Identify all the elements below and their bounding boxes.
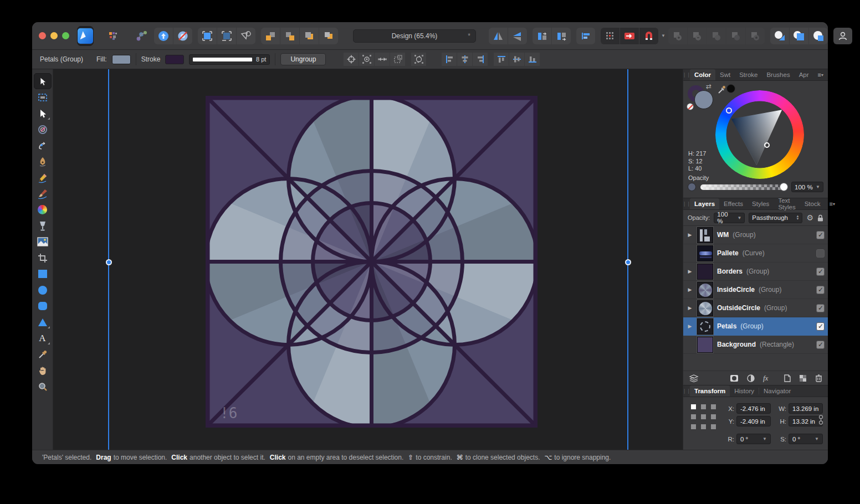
expand-arrow-icon[interactable]: ▶ <box>687 232 693 238</box>
h-input[interactable]: 13.32 in <box>789 416 823 426</box>
canvas[interactable]: !6 <box>53 69 683 450</box>
w-input[interactable]: 13.269 in <box>789 403 823 414</box>
color-picker-tool[interactable] <box>34 346 52 362</box>
rotate-ccw-button[interactable] <box>533 28 551 44</box>
transform-separately-button[interactable] <box>390 53 405 66</box>
anchor-point-selector[interactable] <box>691 404 716 430</box>
move-tool[interactable] <box>34 73 52 89</box>
shear-dropdown[interactable]: 0 °▼ <box>789 434 823 444</box>
layer-visibility-checkbox[interactable] <box>816 268 825 276</box>
tab-transform[interactable]: Transform <box>690 385 730 397</box>
insert-inside-button[interactable] <box>809 28 828 44</box>
tab-effects[interactable]: Effects <box>719 198 748 209</box>
new-layer-icon[interactable] <box>784 374 791 382</box>
tab-history[interactable]: History <box>730 385 759 397</box>
show-alignment-handles-button[interactable] <box>375 53 390 66</box>
move-backward-button[interactable] <box>300 28 319 44</box>
transform-origin-button[interactable] <box>344 53 359 66</box>
swap-colors-icon[interactable]: ⇄ <box>706 83 711 90</box>
layer-visibility-checkbox[interactable] <box>816 322 825 331</box>
pixel-persona-button[interactable] <box>104 28 122 44</box>
shade-marker[interactable] <box>764 142 770 148</box>
opacity-slider[interactable] <box>700 184 787 190</box>
cycle-selection-box-button[interactable] <box>411 53 426 66</box>
opacity-value-dropdown[interactable]: 100 %▼ <box>791 182 823 192</box>
link-dimensions-icon[interactable] <box>818 414 823 425</box>
ellipse-tool[interactable] <box>34 282 52 298</box>
flip-horizontal-button[interactable] <box>489 28 508 44</box>
zoom-tool[interactable] <box>34 378 52 394</box>
adjustment-layer-icon[interactable] <box>747 374 755 382</box>
move-to-back-button[interactable] <box>319 28 338 44</box>
y-input[interactable]: -2.409 in <box>736 416 771 426</box>
blend-mode-dropdown[interactable]: Passthrough▲▼ <box>749 213 802 223</box>
snapping-button[interactable] <box>639 28 658 44</box>
expand-arrow-icon[interactable]: ▶ <box>687 269 693 274</box>
expand-arrow-icon[interactable]: ▶ <box>687 305 693 311</box>
snap-move-button[interactable] <box>620 28 639 44</box>
tab-color[interactable]: Color <box>690 69 715 80</box>
anchor-bottom-left[interactable] <box>691 424 696 429</box>
new-pixel-layer-icon[interactable] <box>799 374 807 382</box>
tab-appearance[interactable]: Apr <box>795 69 813 80</box>
pencil-tool[interactable] <box>34 169 52 186</box>
node-tool[interactable] <box>34 105 52 121</box>
layer-visibility-checkbox[interactable] <box>816 231 825 239</box>
layer-stack-icon[interactable] <box>689 374 699 382</box>
transparency-tool[interactable] <box>34 218 52 234</box>
point-transform-tool[interactable] <box>34 121 52 137</box>
snapping-dropdown-caret[interactable]: ▼ <box>661 28 666 44</box>
x-input[interactable]: -2.476 in <box>736 403 771 414</box>
anchor-center[interactable] <box>701 414 706 419</box>
fill-swatch[interactable] <box>112 55 131 64</box>
panel-grip-icon[interactable]: ❘❘ <box>683 198 690 209</box>
align-top-button[interactable] <box>494 53 509 66</box>
hsl-triangle[interactable] <box>715 90 804 179</box>
boolean-add-button[interactable] <box>668 28 687 44</box>
marquee-dotted-button[interactable] <box>217 28 236 44</box>
upload-badge-button[interactable] <box>154 28 173 44</box>
align-middle-button[interactable] <box>509 53 524 66</box>
rounded-rectangle-tool[interactable] <box>34 298 52 314</box>
opacity-color-swatch[interactable] <box>688 183 696 191</box>
place-image-tool[interactable] <box>34 234 52 250</box>
insert-behind-button[interactable] <box>770 28 789 44</box>
expand-arrow-icon[interactable]: ▶ <box>687 287 693 292</box>
insert-top-button[interactable] <box>790 28 808 44</box>
align-bottom-button[interactable] <box>525 53 540 66</box>
layer-row-outsidecircle[interactable]: ▶ OutsideCircle (Group) <box>683 299 828 317</box>
export-persona-button[interactable] <box>132 28 151 44</box>
layer-row-wm[interactable]: ▶ WM (Group) <box>683 226 828 244</box>
alignment-button[interactable] <box>576 28 595 44</box>
tab-stroke[interactable]: Stroke <box>735 69 762 80</box>
boolean-intersect-button[interactable] <box>707 28 726 44</box>
vector-crop-tool[interactable] <box>34 250 52 266</box>
anchor-top-left[interactable] <box>691 404 696 409</box>
selection-left-handle[interactable] <box>106 259 112 265</box>
expand-arrow-icon[interactable]: ▶ <box>687 323 693 329</box>
gradient-tool[interactable] <box>34 202 52 218</box>
hue-marker[interactable] <box>726 107 732 114</box>
corner-tool[interactable] <box>34 137 52 153</box>
rotation-dropdown[interactable]: 0 °▼ <box>736 434 771 444</box>
layer-row-pallete[interactable]: Pallete (Curve) <box>683 244 828 263</box>
stroke-width-control[interactable]: 8 pt <box>189 54 270 65</box>
layer-visibility-checkbox[interactable] <box>816 304 825 312</box>
trash-icon[interactable] <box>815 374 822 382</box>
panel-grip-icon[interactable]: ❘❘ <box>683 69 690 80</box>
boolean-divide-button[interactable] <box>726 28 745 44</box>
designer-persona-button[interactable] <box>77 26 94 46</box>
mask-layer-icon[interactable] <box>730 374 739 382</box>
pen-tool[interactable] <box>34 153 52 169</box>
layer-visibility-checkbox[interactable] <box>816 249 825 258</box>
layer-effects-fx-icon[interactable]: fx <box>763 374 768 383</box>
layer-visibility-checkbox[interactable] <box>816 341 825 349</box>
layer-visibility-checkbox[interactable] <box>816 286 825 294</box>
layer-row-insidecircle[interactable]: ▶ InsideCircle (Group) <box>683 281 828 299</box>
rectangle-tool[interactable] <box>34 266 52 282</box>
layer-row-petals[interactable]: ▶ Petals (Group) <box>683 317 828 336</box>
tab-navigator[interactable]: Navigator <box>759 385 795 397</box>
boolean-combine-button[interactable] <box>746 28 765 44</box>
stroke-swatch[interactable] <box>165 55 184 64</box>
panel-menu-button[interactable]: ≡▾ <box>813 69 828 80</box>
